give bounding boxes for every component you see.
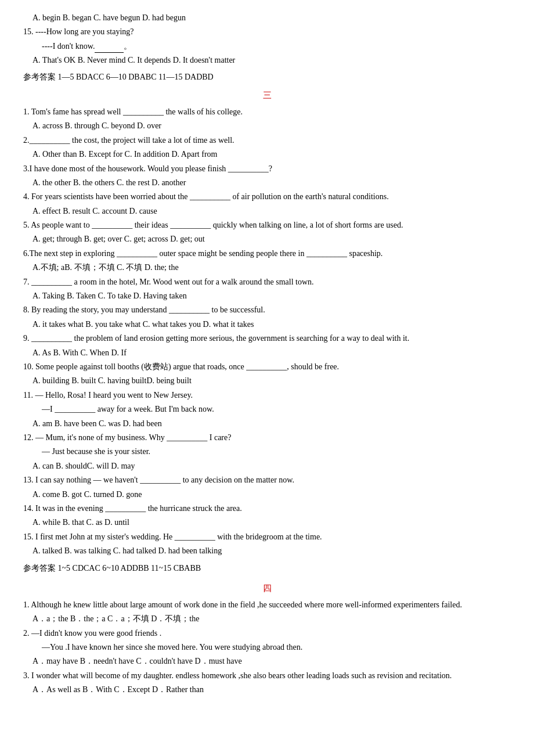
s3-q1: 1. Tom's fame has spread well __________… — [23, 106, 511, 118]
s3-q7: 7. __________ a room in the hotel, Mr. W… — [23, 276, 511, 289]
s3-q8-opt: A. it takes what B. you take what C. wha… — [23, 318, 511, 331]
section4: 1. Although he knew little about large a… — [23, 599, 511, 697]
s4-q1-opt: A．a；the B．the；a C．a；不填 D．不填；the — [23, 613, 511, 625]
s3-q5: 5. As people want to __________ their id… — [23, 219, 511, 232]
s3-q14: 14. It was in the evening __________ the… — [23, 502, 511, 515]
s3-q3: 3.I have done most of the housework. Wou… — [23, 163, 511, 175]
s3-q10-opt: A. building B. built C. having builtD. b… — [23, 375, 511, 387]
s3-q5-opt: A. get; through B. get; over C. get; acr… — [23, 233, 511, 246]
s3-q8: 8. By reading the story, you may underst… — [23, 304, 511, 316]
s4-q1: 1. Although he knew little about large a… — [23, 599, 511, 611]
s3-q7-opt: A. Taking B. Taken C. To take D. Having … — [23, 290, 511, 303]
s4-q2: 2. —I didn't know you were good friends … — [23, 627, 511, 640]
s3-q10: 10. Some people against toll booths (收费站… — [23, 361, 511, 373]
answer-key-1: 参考答案 1—5 BDACC 6—10 DBABC 11—15 DADBD — [23, 71, 511, 84]
s3-q13-opt: A. come B. got C. turned D. gone — [23, 488, 511, 501]
s3-q4: 4. For years scientists have been worrie… — [23, 190, 511, 203]
section4-title: 四 — [23, 581, 511, 595]
s3-q9: 9. __________ the problem of land erosio… — [23, 332, 511, 345]
q15-prev-opt-text: A. That's OK B. Never mind C. It depends… — [33, 56, 235, 64]
s4-q2b: —You .I have known her since she moved h… — [23, 641, 511, 654]
q15-prev-line: 15. ----How long are you staying? — [23, 26, 511, 38]
s4-q3-opt: A．As well as B．With C．Except D．Rather th… — [23, 683, 511, 696]
answer1-text: 参考答案 1—5 BDACC 6—10 DBABC 11—15 DADBD — [23, 73, 214, 81]
s3-q1-opt: A. across B. through C. beyond D. over — [23, 120, 511, 132]
q15-prev-opt-line: A. That's OK B. Never mind C. It depends… — [23, 54, 511, 67]
q15-prev-text: 15. ----How long are you staying? — [23, 27, 134, 36]
s3-q4-opt: A. effect B. result C. account D. cause — [23, 205, 511, 218]
s3-q9-opt: A. As B. With C. When D. If — [23, 347, 511, 359]
q15-prev2-line: ----I don't know.。 — [23, 40, 511, 53]
s4-q3: 3. I wonder what will become of my daugh… — [23, 669, 511, 682]
q15-prev2-text: ----I don't know. — [42, 42, 95, 51]
section3: 1. Tom's fame has spread well __________… — [23, 106, 511, 575]
prev-options-text: A. begin B. began C. have begun D. had b… — [33, 13, 186, 22]
s3-q6-opt: A.不填; aB. 不填；不填 C. 不填 D. the; the — [23, 261, 511, 274]
s3-q11b: —I __________ away for a week. But I'm b… — [23, 403, 511, 416]
s3-q2: 2.__________ the cost, the project will … — [23, 134, 511, 147]
s3-q12-opt: A. can B. shouldC. will D. may — [23, 460, 511, 473]
prev-options-line: A. begin B. began C. have begun D. had b… — [23, 12, 511, 24]
s3-q12b: — Just because she is your sister. — [23, 445, 511, 458]
s3-q2-opt: A. Other than B. Except for C. In additi… — [23, 148, 511, 161]
s3-q15-opt: A. talked B. was talking C. had talked D… — [23, 545, 511, 557]
s3-q12: 12. — Mum, it's none of my business. Why… — [23, 431, 511, 444]
s4-q2-opt: A．may have B．needn't have C．couldn't hav… — [23, 655, 511, 668]
s3-q13: 13. I can say nothing — we haven't _____… — [23, 474, 511, 487]
answer-key-2: 参考答案 1~5 CDCAC 6~10 ADDBB 11~15 CBABB — [23, 562, 511, 575]
s3-q6: 6.The next step in exploring __________ … — [23, 247, 511, 260]
s3-q15: 15. I first met John at my sister's wedd… — [23, 531, 511, 543]
section3-title: 三 — [23, 88, 511, 102]
s3-q14-opt: A. while B. that C. as D. until — [23, 516, 511, 529]
s3-q11: 11. — Hello, Rosa! I heard you went to N… — [23, 389, 511, 402]
s3-q3-opt: A. the other B. the others C. the rest D… — [23, 177, 511, 189]
s3-q11-opt: A. am B. have been C. was D. had been — [23, 417, 511, 430]
page-content: A. begin B. began C. have begun D. had b… — [23, 12, 511, 697]
